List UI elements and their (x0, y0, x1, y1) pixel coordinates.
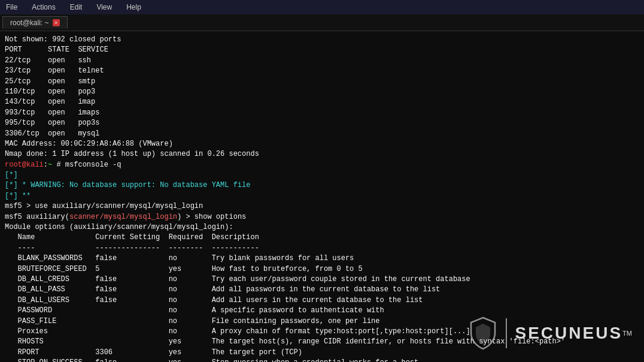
menu-file[interactable]: File (4, 2, 20, 13)
tab-label: root@kali: ~ (10, 19, 49, 27)
terminal-line: Nmap done: 1 IP address (1 host up) scan… (5, 149, 639, 159)
terminal-line: 993/tcp open imaps (5, 108, 639, 118)
terminal-line: msf5 auxiliary(scanner/mysql/mysql_login… (5, 212, 639, 222)
terminal-line: 25/tcp open smtp (5, 77, 639, 87)
tabbar: root@kali: ~ × (0, 14, 644, 31)
terminal-line: 3306/tcp open mysql (5, 129, 639, 139)
shield-icon (469, 316, 497, 350)
terminal-line: BLANK_PASSWORDS false no Try blank passw… (5, 254, 639, 264)
brand-divider (506, 318, 507, 348)
menubar: File Actions Edit View Help (0, 0, 644, 14)
terminal: Not shown: 992 closed ports PORT STATE S… (0, 31, 644, 362)
terminal-line: 143/tcp open imap (5, 97, 639, 107)
menu-actions[interactable]: Actions (29, 2, 57, 13)
terminal-line: root@kali:~ # msfconsole -q (5, 160, 639, 170)
terminal-line: msf5 > use auxiliary/scanner/mysql/mysql… (5, 201, 639, 212)
terminal-line: PASSWORD no A specific password to authe… (5, 306, 639, 316)
terminal-line: DB_ALL_CREDS false no Try each user/pass… (5, 274, 639, 285)
terminal-line: Name Current Setting Required Descriptio… (5, 233, 639, 243)
terminal-line: STOP_ON_SUCCESS false yes Stop guessing … (5, 358, 639, 362)
tab-close-button[interactable]: × (53, 19, 60, 26)
brand-name: SECUNEUSTM (515, 324, 632, 343)
menu-help[interactable]: Help (124, 2, 144, 13)
terminal-line: 110/tcp open pop3 (5, 87, 639, 97)
terminal-line: 22/tcp open ssh (5, 56, 639, 66)
menu-edit[interactable]: Edit (68, 2, 85, 13)
terminal-line: DB_ALL_PASS false no Add all passwords i… (5, 285, 639, 295)
terminal-line: ---- --------------- -------- ----------… (5, 243, 639, 254)
terminal-line: DB_ALL_USERS false no Add all users in t… (5, 295, 639, 306)
terminal-line: 23/tcp open telnet (5, 66, 639, 76)
terminal-line: [*] * WARNING: No database support: No d… (5, 180, 639, 191)
terminal-line: MAC Address: 00:0C:29:A8:A6:88 (VMware) (5, 139, 639, 149)
terminal-line: [*] (5, 170, 639, 180)
terminal-line: [*] ** (5, 191, 639, 201)
terminal-line: 995/tcp open pop3s (5, 118, 639, 128)
brand-watermark: SECUNEUSTM (469, 316, 632, 350)
terminal-tab[interactable]: root@kali: ~ × (2, 16, 68, 29)
terminal-line: PORT STATE SERVICE (5, 45, 639, 55)
menu-view[interactable]: View (94, 2, 114, 13)
terminal-line: Module options (auxiliary/scanner/mysql/… (5, 222, 639, 233)
terminal-line: Not shown: 992 closed ports (5, 35, 639, 45)
terminal-line: BRUTEFORCE_SPEED 5 yes How fast to brute… (5, 264, 639, 274)
